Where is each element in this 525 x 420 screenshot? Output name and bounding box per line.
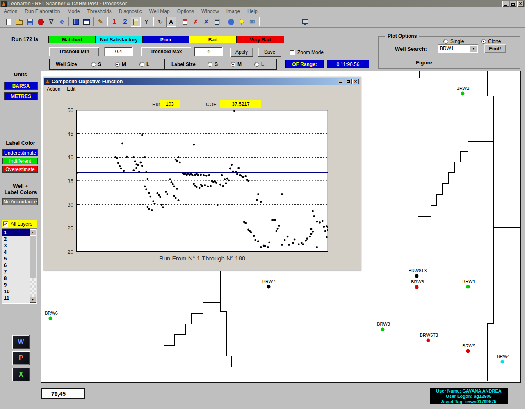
export-powerpoint-button[interactable]: P <box>12 351 30 365</box>
zoom-mode-checkbox[interactable] <box>290 50 295 55</box>
layer-item-12[interactable]: 12 <box>2 301 30 303</box>
menu-options[interactable]: Options <box>173 8 198 15</box>
menu-help[interactable]: Help <box>244 8 261 15</box>
mail-button[interactable]: ✉ <box>247 17 257 27</box>
well-marker-icon[interactable] <box>427 339 430 342</box>
layer-item-4[interactable]: 4 <box>2 249 30 256</box>
layer-item-1[interactable]: 1 <box>2 229 30 236</box>
well-brw3[interactable]: BRW3 <box>377 322 390 331</box>
layers-scrollbar[interactable]: ▲ ▼ <box>30 229 36 303</box>
internet-explorer-button[interactable]: e <box>57 17 67 27</box>
status-matched[interactable]: Matched <box>48 36 96 43</box>
well-brw7i[interactable]: BRW7I <box>262 279 277 289</box>
menu-action[interactable]: Action <box>0 8 21 15</box>
letter-a-button[interactable]: A <box>166 17 176 27</box>
restore-button[interactable] <box>510 1 516 7</box>
menu-diagnostic[interactable]: Diagnostic <box>115 8 146 15</box>
well-brw4[interactable]: BRW4 <box>497 354 510 364</box>
menu-image[interactable]: Image <box>223 8 244 15</box>
status-not-satisfactory[interactable]: Not Satisfactory <box>96 36 143 43</box>
blue-spline-delete-button[interactable]: ✗ <box>201 17 211 27</box>
scrollbar-thumb[interactable] <box>30 235 36 278</box>
well-size-m[interactable]: M <box>115 62 126 67</box>
layer-item-3[interactable]: 3 <box>2 242 30 249</box>
well-marker-icon[interactable] <box>466 285 470 289</box>
new-document-button[interactable] <box>4 17 14 27</box>
minimize-button[interactable] <box>502 1 509 7</box>
threshold-min-input[interactable] <box>104 47 133 56</box>
cof-close-button[interactable]: × <box>352 79 359 84</box>
of-range-button[interactable]: OF Range: <box>285 60 324 68</box>
well-plot-button[interactable]: Y <box>142 17 151 27</box>
menu-window[interactable]: Window <box>198 8 223 15</box>
book-button[interactable] <box>71 17 81 27</box>
well-brw2i[interactable]: BRW2I <box>457 86 471 96</box>
underestimate-button[interactable]: Underestimate <box>2 149 38 156</box>
well-marker-icon[interactable] <box>461 92 465 96</box>
well-size-l[interactable]: L <box>139 62 149 67</box>
table-button[interactable] <box>82 17 91 27</box>
well-marker-icon[interactable] <box>501 360 504 364</box>
export-word-button[interactable]: W <box>12 335 30 349</box>
close-button[interactable]: × <box>517 1 524 7</box>
well-brw8[interactable]: BRW8 <box>411 279 424 289</box>
well-marker-icon[interactable] <box>381 328 385 331</box>
metres-button[interactable]: METRES <box>4 92 38 100</box>
save-button[interactable] <box>25 17 35 27</box>
cof-menu-action[interactable]: Action <box>44 86 64 93</box>
well-marker-icon[interactable] <box>267 285 271 289</box>
stop-button[interactable] <box>36 17 46 27</box>
status-poor[interactable]: Poor <box>143 36 189 43</box>
threshold-max-input[interactable] <box>194 47 223 56</box>
layer-item-10[interactable]: 10 <box>2 288 30 295</box>
well-search-combobox[interactable]: BRW1 ▼ <box>438 44 478 53</box>
well-brw8t3[interactable]: BRW8T3 <box>409 268 427 278</box>
edit-pencil-button[interactable]: ✎ <box>96 17 105 27</box>
export-excel-button[interactable]: X <box>12 368 30 381</box>
layer-item-9[interactable]: 9 <box>2 282 30 288</box>
menu-thresholds[interactable]: Thresholds <box>83 8 115 15</box>
scroll-up-icon[interactable]: ▲ <box>30 229 36 235</box>
layer-item-2[interactable]: 2 <box>2 236 30 242</box>
find-button[interactable]: Find! <box>484 44 506 53</box>
box-3d-button[interactable] <box>212 17 222 27</box>
number-2-button[interactable]: 2 <box>120 17 130 27</box>
overestimate-button[interactable]: Overestimate <box>2 166 38 173</box>
indifferent-button[interactable]: Indifferent <box>2 158 38 164</box>
well-brw5t3[interactable]: BRW5T3 <box>420 333 438 342</box>
cof-maximize-button[interactable] <box>345 79 352 84</box>
layer-item-5[interactable]: 5 <box>2 256 30 262</box>
menu-run-elaboration[interactable]: Run Elaboration <box>21 8 64 15</box>
layer-item-8[interactable]: 8 <box>2 275 30 282</box>
no-accordance-button[interactable]: No Accordance <box>2 198 38 205</box>
layer-item-11[interactable]: 11 <box>2 295 30 301</box>
notes-button[interactable] <box>180 17 190 27</box>
save-button[interactable]: Save <box>258 48 281 57</box>
open-folder-button[interactable] <box>14 17 24 27</box>
status-bad[interactable]: Bad <box>189 36 237 43</box>
cof-window-titlebar[interactable]: Composite Objective Function × <box>44 78 360 85</box>
label-size-m[interactable]: M <box>231 62 242 67</box>
number-1-button[interactable]: 1 <box>110 17 119 27</box>
well-marker-icon[interactable] <box>415 285 419 289</box>
scroll-down-icon[interactable]: ▼ <box>30 297 36 303</box>
cof-menu-edit[interactable]: Edit <box>64 86 79 93</box>
cof-minimize-button[interactable] <box>338 79 344 84</box>
well-marker-icon[interactable] <box>49 317 52 320</box>
label-size-l[interactable]: L <box>254 62 264 67</box>
apply-button[interactable]: Apply <box>230 48 253 57</box>
well-marker-icon[interactable] <box>415 274 419 278</box>
lightbulb-button[interactable] <box>237 17 247 27</box>
status-very-bad[interactable]: Very Bad <box>237 36 284 43</box>
help-button[interactable] <box>226 17 236 27</box>
well-brw9[interactable]: BRW9 <box>462 343 475 353</box>
menu-mode[interactable]: Mode <box>64 8 83 15</box>
well-marker-icon[interactable] <box>466 349 470 353</box>
well-brw1[interactable]: BRW1 <box>462 279 475 289</box>
barsa-button[interactable]: BARSA <box>4 82 38 90</box>
chevron-down-icon[interactable]: ▼ <box>470 45 477 52</box>
layer-item-6[interactable]: 6 <box>2 262 30 269</box>
menu-well-map[interactable]: Well Map <box>146 8 173 15</box>
export-screen-button[interactable] <box>300 17 310 27</box>
figure-clone-radio[interactable]: Clone <box>481 39 501 44</box>
